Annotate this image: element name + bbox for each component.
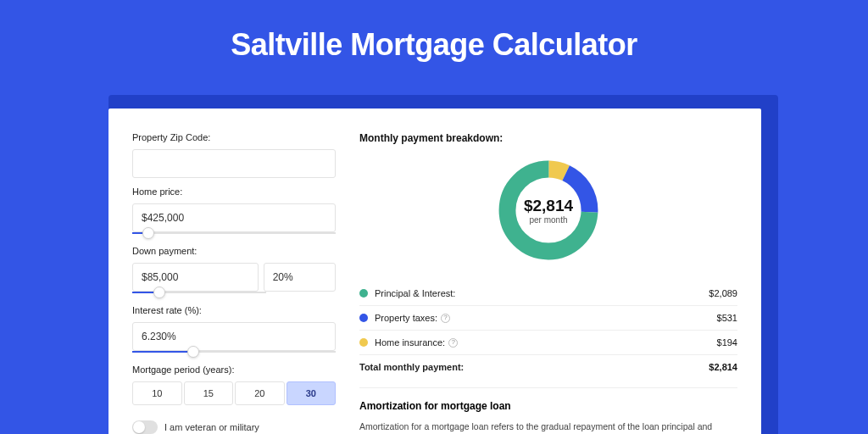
interest-rate-label: Interest rate (%): xyxy=(132,305,336,315)
veteran-label: I am veteran or military xyxy=(164,422,259,432)
breakdown-heading: Monthly payment breakdown: xyxy=(359,132,737,144)
period-option-10[interactable]: 10 xyxy=(132,381,182,405)
donut-center: $2,814 per month xyxy=(494,156,603,264)
zip-field: Property Zip Code: xyxy=(132,132,336,178)
down-payment-field: Down payment: xyxy=(132,246,336,293)
down-payment-input[interactable] xyxy=(132,263,259,292)
breakdown-panel: Monthly payment breakdown: $2,814 per mo… xyxy=(359,132,737,434)
toggle-knob xyxy=(133,421,145,433)
total-row: Total monthly payment: $2,814 xyxy=(359,355,737,379)
legend-value: $194 xyxy=(717,337,737,348)
legend-value: $2,089 xyxy=(709,288,737,298)
info-icon[interactable]: ? xyxy=(441,314,450,323)
down-payment-pct-input[interactable] xyxy=(264,263,336,292)
input-panel: Property Zip Code: Home price: Down paym… xyxy=(132,132,336,434)
page-title: Saltville Mortgage Calculator xyxy=(0,0,868,80)
legend-dot xyxy=(359,338,368,347)
legend-value: $531 xyxy=(717,313,737,323)
legend-row: Home insurance:?$194 xyxy=(359,331,737,355)
legend-label: Principal & Interest: xyxy=(375,288,709,298)
donut-sub: per month xyxy=(529,215,567,225)
interest-rate-field: Interest rate (%): xyxy=(132,305,336,353)
calculator-card: Property Zip Code: Home price: Down paym… xyxy=(108,108,761,434)
info-icon[interactable]: ? xyxy=(448,338,458,348)
zip-input[interactable] xyxy=(132,149,336,178)
legend-label: Property taxes:? xyxy=(375,313,717,323)
zip-label: Property Zip Code: xyxy=(132,132,336,142)
home-price-slider[interactable] xyxy=(132,232,336,234)
legend-row: Principal & Interest:$2,089 xyxy=(359,281,737,306)
legend-dot xyxy=(359,289,368,298)
down-payment-slider[interactable] xyxy=(132,292,266,293)
total-label: Total monthly payment: xyxy=(359,362,709,372)
period-option-20[interactable]: 20 xyxy=(235,381,285,405)
home-price-field: Home price: xyxy=(132,186,336,234)
donut-chart: $2,814 per month xyxy=(494,156,603,264)
legend: Principal & Interest:$2,089Property taxe… xyxy=(359,281,737,355)
slider-thumb[interactable] xyxy=(142,227,154,239)
legend-label: Home insurance:? xyxy=(375,337,717,348)
slider-thumb[interactable] xyxy=(187,346,199,358)
veteran-toggle[interactable] xyxy=(132,420,158,434)
donut-chart-wrap: $2,814 per month xyxy=(359,156,737,264)
interest-rate-slider[interactable] xyxy=(132,351,336,353)
legend-row: Property taxes:?$531 xyxy=(359,306,737,331)
interest-rate-input[interactable] xyxy=(132,322,336,351)
slider-thumb[interactable] xyxy=(153,287,165,298)
amortization-block: Amortization for mortgage loan Amortizat… xyxy=(359,387,737,434)
mortgage-period-label: Mortgage period (years): xyxy=(132,364,336,375)
donut-amount: $2,814 xyxy=(524,197,573,215)
period-option-30[interactable]: 30 xyxy=(287,381,337,405)
amortization-text: Amortization for a mortgage loan refers … xyxy=(359,420,737,434)
legend-dot xyxy=(359,314,368,322)
home-price-input[interactable] xyxy=(132,203,336,232)
total-value: $2,814 xyxy=(709,362,737,372)
down-payment-label: Down payment: xyxy=(132,246,336,256)
veteran-toggle-row: I am veteran or military xyxy=(132,420,336,434)
period-option-15[interactable]: 15 xyxy=(184,381,234,405)
amortization-heading: Amortization for mortgage loan xyxy=(359,400,737,412)
home-price-label: Home price: xyxy=(132,186,336,197)
mortgage-period-field: Mortgage period (years): 10152030 xyxy=(132,364,336,405)
